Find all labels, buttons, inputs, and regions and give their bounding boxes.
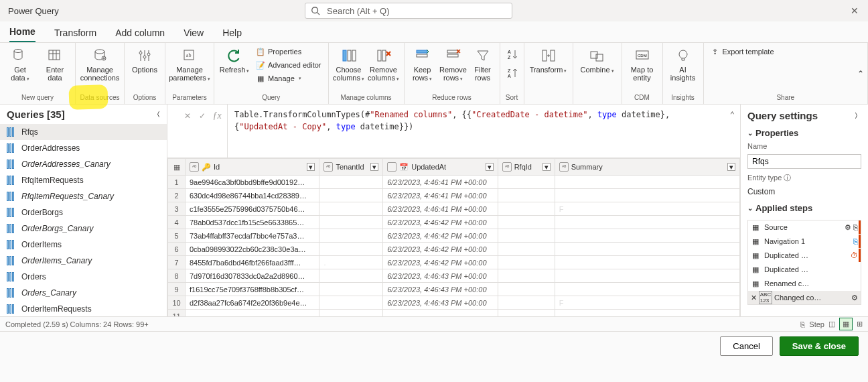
enter-data-button[interactable]: Enter data xyxy=(39,46,71,83)
applied-step[interactable]: ▦Duplicated …⏱ xyxy=(748,249,861,262)
query-item[interactable]: RfqItemRequests xyxy=(0,172,167,188)
query-item[interactable]: OrderItemRequests xyxy=(0,301,167,316)
map-entity-button[interactable]: CDMMap to entity xyxy=(626,46,658,83)
type-icon[interactable]: ᴬᴮ xyxy=(502,162,512,172)
query-item[interactable]: Rfqs xyxy=(0,124,167,140)
popout-icon[interactable]: ⎘ xyxy=(853,237,858,245)
tab-transform[interactable]: Transform xyxy=(54,27,96,42)
column-header[interactable]: ᴬᴮTenantId▾ xyxy=(319,159,383,176)
manage-parameters-button[interactable]: ab Manage parameters xyxy=(169,46,210,84)
type-icon[interactable]: ᴬᴮ xyxy=(190,162,199,172)
table-row[interactable]: 60cba098993022cb60c238c30e3a…6/23/2023, … xyxy=(168,243,740,256)
save-close-button[interactable]: Save & close xyxy=(780,336,859,356)
filter-dropdown[interactable]: ▾ xyxy=(307,163,315,171)
tab-view[interactable]: View xyxy=(184,27,204,42)
column-header[interactable]: ᴬᴮSummary▾ xyxy=(555,159,739,176)
formula-text[interactable]: Table.TransformColumnTypes(#"Renamed col… xyxy=(228,105,740,157)
ribbon-collapse-button[interactable]: ⌃ xyxy=(857,69,864,78)
manage-connections-button[interactable]: Manage connections xyxy=(80,46,120,83)
warning-icon: ⏱ xyxy=(851,251,858,259)
query-item[interactable]: Orders xyxy=(0,269,167,285)
filter-dropdown[interactable]: ▾ xyxy=(486,163,494,171)
formula-collapse-button[interactable]: ⌃ xyxy=(730,109,735,121)
ai-insights-button[interactable]: AI insights xyxy=(667,46,699,83)
choose-columns-button[interactable]: Choose columns xyxy=(333,46,365,84)
formula-commit-button[interactable]: ✓ xyxy=(196,110,208,122)
tab-help[interactable]: Help xyxy=(222,27,242,42)
close-button[interactable]: ✕ xyxy=(847,3,863,19)
popout-icon[interactable]: ⎘ xyxy=(853,223,858,232)
applied-step[interactable]: ▦Navigation 1⎘ xyxy=(748,235,861,248)
tab-home[interactable]: Home xyxy=(9,26,35,42)
query-item[interactable]: OrderAddresses xyxy=(0,140,167,156)
sort-desc-button[interactable]: ZA xyxy=(504,64,522,82)
table-row[interactable]: 19ae9946ca3bf0bbd9bffe9d00192…6/23/2023,… xyxy=(168,176,740,189)
table-icon xyxy=(7,272,17,281)
query-item[interactable]: OrderAddresses_Canary xyxy=(0,156,167,172)
query-item[interactable]: RfqItemRequests_Canary xyxy=(0,188,167,204)
formula-cancel-button[interactable]: ✕ xyxy=(182,110,194,122)
table-row[interactable]: 11 xyxy=(168,310,740,317)
filter-dropdown[interactable]: ▾ xyxy=(727,163,735,171)
applied-step[interactable]: ▦Renamed c… xyxy=(748,277,861,290)
query-item[interactable]: OrderItems_Canary xyxy=(0,253,167,269)
collapse-settings-button[interactable]: 〉 xyxy=(855,111,861,121)
cancel-button[interactable]: Cancel xyxy=(720,336,772,356)
properties-button[interactable]: 📋Properties xyxy=(253,46,324,58)
type-icon[interactable] xyxy=(387,162,396,172)
query-item[interactable]: Orders_Canary xyxy=(0,285,167,301)
properties-section[interactable]: ⌄Properties xyxy=(747,128,861,138)
applied-step[interactable]: ✕ABC123Changed co…⚙ xyxy=(748,291,861,304)
applied-step[interactable]: ▦Duplicated … xyxy=(748,263,861,276)
grid-view-button[interactable]: ▦ xyxy=(839,318,853,330)
corner-cell[interactable]: ▦ xyxy=(168,159,186,176)
filter-rows-button[interactable]: Filter rows xyxy=(470,46,496,83)
diagram-view-button[interactable]: ◫ xyxy=(828,320,835,328)
query-item[interactable]: OrderBorgs xyxy=(0,204,167,220)
table-row[interactable]: 87d970f16d307833dc0a2a2d8960…6/23/2023, … xyxy=(168,269,740,283)
manage-button[interactable]: ▦Manage xyxy=(253,72,324,84)
table-row[interactable]: 9f1619cc75e709f3768ff8b8b305cf…6/23/2023… xyxy=(168,283,740,296)
data-grid[interactable]: ▦ᴬᴮ🔑Id▾ᴬᴮTenantId▾📅UpdatedAt▾ᴬᴮRfqId▾ᴬᴮS… xyxy=(167,158,740,316)
applied-step[interactable]: ▦Source⚙⎘ xyxy=(748,220,861,234)
type-icon[interactable]: ᴬᴮ xyxy=(323,162,333,172)
advanced-editor-button[interactable]: 📝Advanced editor xyxy=(253,59,324,71)
table-row[interactable]: 478ab0d537dcc1fb15c5e6633865…6/23/2023, … xyxy=(168,216,740,229)
tab-add-column[interactable]: Add column xyxy=(115,27,165,42)
schema-view-button[interactable]: ⊞ xyxy=(857,320,863,328)
query-name-input[interactable] xyxy=(747,154,861,169)
delete-step-icon[interactable]: ✕ xyxy=(751,294,757,302)
table-row[interactable]: 573ab4ffabff37ecdaf7bbc4e757a3…6/23/2023… xyxy=(168,229,740,243)
table-row[interactable]: 78455fd7ba6dbd46fbf266faad3fff….6/23/202… xyxy=(168,256,740,269)
options-button[interactable]: Options xyxy=(129,46,161,75)
gear-icon[interactable]: ⚙ xyxy=(851,294,858,302)
export-template-button[interactable]: ⇪Export template xyxy=(708,46,777,58)
query-item[interactable]: OrderItems xyxy=(0,237,167,253)
collapse-queries-button[interactable]: 〈 xyxy=(153,110,160,119)
table-row[interactable]: 3c1fe3555e2575996d0375750b46…6/23/2023, … xyxy=(168,202,740,216)
fx-icon[interactable]: ƒx xyxy=(211,110,223,122)
remove-rows-button[interactable]: Remove rows xyxy=(439,46,467,84)
table-row[interactable]: 10d2f38aa27fc6a674f2e20f36b9e4e…6/23/202… xyxy=(168,296,740,310)
filter-dropdown[interactable]: ▾ xyxy=(370,163,378,171)
get-data-button[interactable]: Get data xyxy=(4,46,36,84)
step-nav-icon[interactable]: ⎘ xyxy=(800,320,805,328)
remove-columns-button[interactable]: Remove columns xyxy=(368,46,400,84)
transform-button[interactable]: Transform xyxy=(528,46,569,76)
query-item[interactable]: OrderBorgs_Canary xyxy=(0,220,167,237)
rgroup-cdm: CDMMap to entity CDM xyxy=(622,43,663,104)
table-row[interactable]: 2630dc4d98e86744bba14cd28389…6/23/2023, … xyxy=(168,189,740,202)
column-header[interactable]: ᴬᴮ🔑Id▾ xyxy=(186,159,319,176)
filter-dropdown[interactable]: ▾ xyxy=(542,163,551,171)
gear-icon[interactable]: ⚙ xyxy=(845,223,851,232)
search-box[interactable]: Search (Alt + Q) xyxy=(305,3,512,19)
column-header[interactable]: 📅UpdatedAt▾ xyxy=(383,159,498,176)
type-icon[interactable]: ᴬᴮ xyxy=(559,162,569,172)
queries-list[interactable]: RfqsOrderAddressesOrderAddresses_CanaryR… xyxy=(0,124,167,316)
combine-button[interactable]: Combine xyxy=(577,46,618,76)
keep-rows-button[interactable]: Keep rows xyxy=(409,46,437,84)
column-header[interactable]: ᴬᴮRfqId▾ xyxy=(498,159,555,176)
applied-steps-section[interactable]: ⌄Applied steps xyxy=(747,203,861,213)
refresh-button[interactable]: Refresh xyxy=(218,46,250,76)
sort-asc-button[interactable]: AZ xyxy=(504,46,522,63)
